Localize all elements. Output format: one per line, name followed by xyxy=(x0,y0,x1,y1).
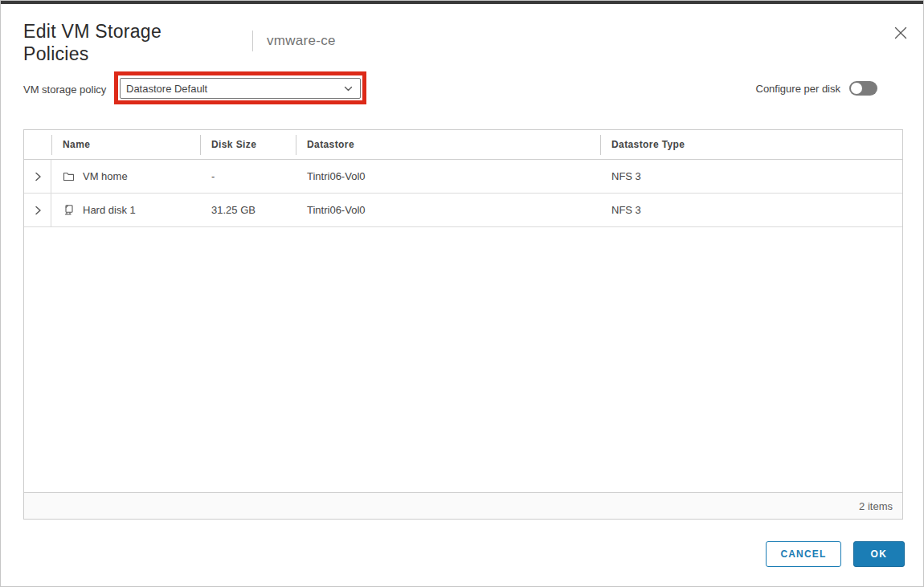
vm-name-subtitle: vmware-ce xyxy=(267,33,336,49)
expand-row-button[interactable] xyxy=(24,160,51,193)
close-icon xyxy=(893,26,908,40)
configure-per-disk-label: Configure per disk xyxy=(756,83,841,95)
item-count: 2 items xyxy=(859,500,893,512)
title-divider xyxy=(252,31,253,51)
page-title: Edit VM Storage Policies xyxy=(23,20,224,65)
chevron-right-icon xyxy=(32,205,43,216)
column-header-datastore: Datastore xyxy=(296,130,600,159)
row-name: VM home xyxy=(83,170,128,182)
storage-policies-table: Name Disk Size Datastore Datastore Type xyxy=(23,129,903,520)
dialog-actions: CANCEL OK xyxy=(766,541,905,567)
table-header-row: Name Disk Size Datastore Datastore Type xyxy=(24,130,902,160)
row-disk-size: 31.25 GB xyxy=(200,194,296,226)
chevron-right-icon xyxy=(32,171,43,182)
row-disk-size: - xyxy=(200,160,296,193)
column-header-name: Name xyxy=(51,130,200,159)
close-button[interactable] xyxy=(889,22,912,44)
column-header-datastore-type: Datastore Type xyxy=(600,130,902,159)
row-name: Hard disk 1 xyxy=(83,204,136,216)
row-datastore: Tintri06-Vol0 xyxy=(296,194,600,226)
vm-storage-policy-selected-value: Datastore Default xyxy=(126,83,207,95)
configure-per-disk-group: Configure per disk xyxy=(756,81,878,96)
toggle-knob xyxy=(851,83,862,94)
hard-disk-icon xyxy=(63,204,75,216)
cancel-button[interactable]: CANCEL xyxy=(766,541,840,567)
table-row: Hard disk 1 31.25 GB Tintri06-Vol0 NFS 3 xyxy=(24,194,902,227)
table-empty-area xyxy=(24,227,902,492)
expand-row-button[interactable] xyxy=(24,194,51,226)
edit-vm-storage-policies-dialog: Edit VM Storage Policies vmware-ce VM st… xyxy=(0,0,924,587)
window-top-strip xyxy=(1,1,923,4)
folder-icon xyxy=(63,170,75,182)
vm-storage-policy-label: VM storage policy xyxy=(23,84,106,96)
expander-column-header xyxy=(24,130,51,159)
configure-per-disk-toggle[interactable] xyxy=(849,81,877,96)
ok-button[interactable]: OK xyxy=(853,541,905,567)
table-footer: 2 items xyxy=(24,492,902,519)
column-header-disk-size: Disk Size xyxy=(200,130,296,159)
chevron-down-icon xyxy=(343,84,354,94)
row-datastore-type: NFS 3 xyxy=(600,194,902,226)
vm-storage-policy-select[interactable]: Datastore Default xyxy=(120,78,361,99)
table-row: VM home - Tintri06-Vol0 NFS 3 xyxy=(24,160,902,194)
row-datastore-type: NFS 3 xyxy=(600,160,902,193)
row-datastore: Tintri06-Vol0 xyxy=(296,160,600,193)
